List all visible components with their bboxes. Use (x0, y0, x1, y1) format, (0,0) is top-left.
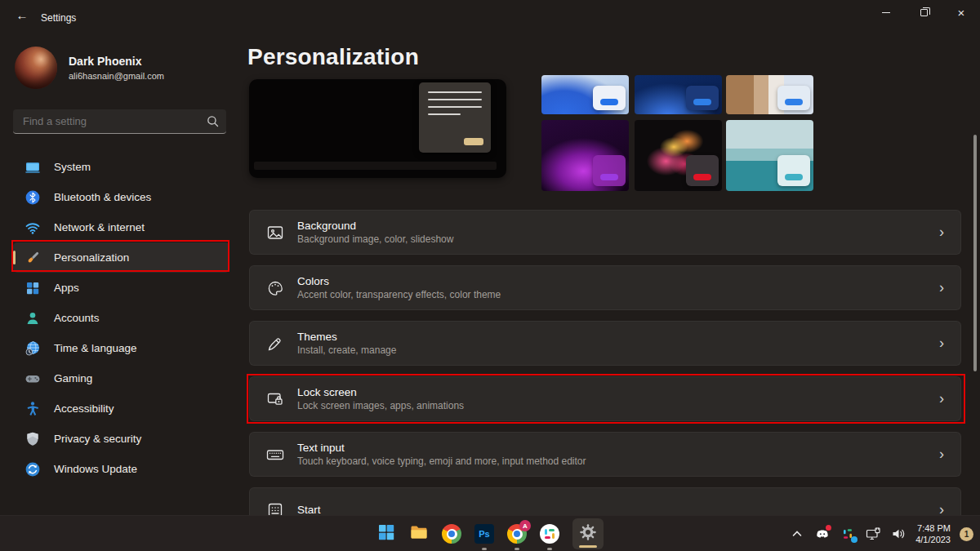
sidebar-item-time-language[interactable]: Time & language (13, 333, 229, 363)
settings-row-text-input[interactable]: Text inputTouch keyboard, voice typing, … (249, 432, 961, 477)
discord-notification-dot (826, 525, 831, 531)
minimize-button[interactable] (867, 0, 905, 25)
running-indicator (482, 548, 487, 550)
volume-icon[interactable] (890, 526, 906, 542)
slack-button[interactable] (540, 524, 559, 544)
row-subtitle: Touch keyboard, voice typing, emoji and … (297, 455, 586, 468)
theme-thumbnail-abstract-bloom[interactable] (635, 120, 722, 191)
settings-row-colors[interactable]: ColorsAccent color, transparency effects… (249, 265, 961, 310)
sidebar-item-privacy-security[interactable]: Privacy & security (13, 424, 229, 454)
sidebar-item-label: Network & internet (54, 221, 145, 233)
system-tray: 7:48 PM 4/1/2023 1 (789, 516, 973, 551)
chevron-right-icon: › (939, 223, 944, 240)
chrome-profile-button[interactable]: A (507, 524, 527, 544)
settings-row-lock-screen[interactable]: Lock screenLock screen images, apps, ani… (249, 376, 961, 421)
settings-row-themes[interactable]: ThemesInstall, create, manage › (249, 321, 961, 366)
theme-thumbnail-purple-glow[interactable] (541, 120, 629, 191)
thumb-accent-pill (693, 174, 711, 180)
sidebar-item-label: Gaming (54, 372, 92, 384)
sidebar-item-system[interactable]: System (13, 152, 229, 182)
back-button[interactable]: ← (10, 7, 34, 23)
sidebar-item-windows-update[interactable]: Windows Update (13, 454, 229, 484)
file-explorer-icon (409, 522, 429, 545)
sidebar-item-bluetooth-devices[interactable]: Bluetooth & devices (13, 182, 229, 212)
sidebar-item-personalization[interactable]: Personalization (13, 242, 229, 273)
sidebar-item-label: Apps (54, 282, 79, 294)
tray-app-status-dot (851, 536, 858, 543)
photoshop-button[interactable]: Ps (474, 524, 494, 544)
sidebar-item-gaming[interactable]: Gaming (13, 363, 229, 393)
page-title: Personalization (247, 44, 419, 70)
row-subtitle: Install, create, manage (297, 344, 396, 357)
photoshop-icon: Ps (474, 524, 494, 544)
personalization-icon (24, 250, 41, 266)
settings-rows: BackgroundBackground image, color, slide… (249, 210, 961, 532)
running-indicator (514, 548, 519, 550)
settings-taskbar-button[interactable] (572, 518, 604, 549)
thumb-card (686, 86, 719, 110)
thumb-card (593, 155, 626, 186)
sidebar-item-label: Accounts (54, 312, 100, 324)
apps-icon (24, 280, 41, 296)
accounts-icon (24, 310, 41, 327)
theme-preview (249, 79, 506, 178)
restore-button[interactable] (905, 0, 942, 25)
taskbar: Ps A (0, 515, 980, 551)
thumb-accent-pill (600, 99, 618, 105)
sidebar-item-accounts[interactable]: Accounts (13, 303, 229, 333)
colors-icon (266, 279, 284, 297)
tray-app-icon[interactable] (840, 526, 856, 542)
sidebar-item-label: Windows Update (54, 463, 137, 475)
profile-email: ali6hasnain@gmail.com (69, 71, 164, 81)
system-icon (24, 159, 41, 176)
close-button[interactable]: × (942, 0, 980, 25)
search-input[interactable] (13, 109, 201, 132)
tray-chevron-up-icon[interactable] (789, 526, 805, 542)
row-title: Text input (297, 441, 586, 455)
sidebar-item-label: Privacy & security (54, 433, 141, 445)
preview-window-card (419, 82, 491, 153)
scrollbar[interactable] (973, 135, 977, 371)
start-button[interactable] (376, 524, 396, 544)
gaming-icon (24, 371, 41, 387)
window-title: Settings (41, 12, 76, 24)
thumb-card (593, 86, 626, 110)
sidebar-item-apps[interactable]: Apps (13, 273, 229, 303)
slack-icon (540, 524, 559, 544)
thumb-card (686, 155, 719, 186)
network-icon[interactable] (865, 526, 881, 542)
sidebar-item-label: Accessibility (54, 402, 114, 415)
theme-thumbnail-blue-bloom-light[interactable] (541, 75, 629, 114)
theme-thumbnail-teal-landscape[interactable] (726, 120, 813, 191)
thumb-accent-pill (600, 174, 618, 180)
chrome-icon (442, 524, 461, 544)
thumb-card (777, 86, 810, 110)
minimize-icon (882, 12, 890, 13)
thumb-accent-pill (785, 174, 803, 180)
profile-name: Dark Phoenix (69, 55, 141, 68)
chevron-right-icon: › (939, 278, 944, 295)
row-title: Themes (297, 330, 396, 344)
lock-screen-icon (266, 390, 284, 408)
file-explorer-button[interactable] (409, 524, 429, 544)
discord-icon[interactable] (814, 526, 831, 542)
chrome-button[interactable] (442, 524, 461, 544)
time-language-icon (24, 340, 41, 357)
preview-accent-button (464, 138, 483, 145)
taskbar-clock[interactable]: 7:48 PM 4/1/2023 (915, 522, 951, 545)
theme-thumbnail-beach-collage[interactable] (726, 75, 813, 114)
settings-row-background[interactable]: BackgroundBackground image, color, slide… (249, 210, 961, 255)
close-icon: × (958, 6, 965, 20)
gear-icon (578, 522, 598, 545)
sidebar-item-label: Bluetooth & devices (54, 191, 151, 203)
sidebar-item-accessibility[interactable]: Accessibility (13, 393, 229, 424)
active-indicator (579, 545, 597, 548)
profile-badge: A (519, 520, 531, 531)
row-subtitle: Accent color, transparency effects, colo… (297, 288, 501, 301)
notification-count-badge[interactable]: 1 (960, 527, 973, 541)
sidebar-item-network-internet[interactable]: Network & internet (13, 212, 229, 242)
thumb-accent-pill (785, 99, 803, 105)
theme-thumbnail-blue-bloom-dark[interactable] (635, 75, 722, 114)
row-title: Background (297, 219, 453, 233)
avatar[interactable] (15, 47, 57, 89)
